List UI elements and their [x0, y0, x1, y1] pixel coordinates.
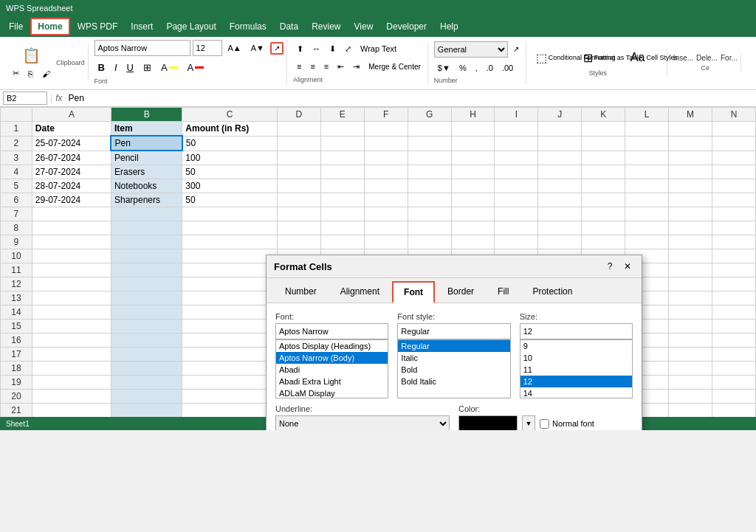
main-area: A B C D E F G H I J K L M N 1Dat [0, 107, 756, 417]
size-11[interactable]: 11 [520, 364, 632, 376]
percent-btn[interactable]: % [456, 61, 470, 75]
formula-input[interactable] [65, 91, 753, 105]
italic-button[interactable]: I [111, 60, 121, 75]
font-item-abadi-extra[interactable]: Abadi Extra Light [276, 376, 388, 387]
font-item-abadi[interactable]: Abadi [276, 364, 388, 376]
cell-styles-btn[interactable]: Aa Cell Styles [627, 49, 664, 66]
style-regular[interactable]: Regular [398, 340, 509, 352]
style-italic[interactable]: Italic [398, 352, 509, 364]
underline-select[interactable]: None [275, 415, 450, 430]
menu-file[interactable]: File [3, 19, 29, 34]
menu-view[interactable]: View [348, 19, 379, 34]
style-list[interactable]: Regular Italic Bold Bold Italic [397, 339, 510, 398]
underline-button[interactable]: U [123, 60, 137, 75]
format-as-table-btn[interactable]: ⊞ Format as Table [580, 49, 624, 67]
merge-center-btn[interactable]: Merge & Center [365, 60, 425, 74]
fill-color-button[interactable]: A [157, 60, 182, 75]
tab-font[interactable]: Font [392, 281, 435, 303]
style-bold-italic[interactable]: Bold Italic [398, 376, 509, 387]
number-dialog-launcher[interactable]: ↗ [509, 41, 523, 58]
menu-help[interactable]: Help [434, 19, 464, 34]
cell-reference-input[interactable] [3, 91, 47, 105]
font-label: Font: [275, 312, 388, 321]
font-size-input[interactable] [193, 40, 222, 56]
color-swatch[interactable] [458, 415, 518, 430]
tab-number[interactable]: Number [274, 281, 328, 303]
font-name-field[interactable] [275, 323, 388, 339]
conditional-formatting-btn[interactable]: ⬚ Conditional Formatting [532, 49, 577, 67]
menu-developer[interactable]: Developer [380, 19, 433, 34]
font-size-field[interactable] [520, 323, 633, 339]
size-9[interactable]: 9 [520, 340, 632, 352]
dialog-close-btn[interactable]: ✕ [621, 260, 634, 273]
align-center-btn[interactable]: ≡ [306, 60, 318, 74]
increase-indent-btn[interactable]: ⇥ [349, 60, 363, 74]
styles-label: Styles [589, 69, 608, 77]
bottom-text: Sheet1 [6, 420, 30, 428]
align-middle-btn[interactable]: ↔ [309, 42, 324, 56]
menu-review[interactable]: Review [306, 19, 346, 34]
size-14[interactable]: 14 [520, 387, 632, 398]
angle-text-btn[interactable]: ⤢ [341, 42, 355, 56]
comma-btn[interactable]: , [472, 61, 481, 75]
font-item-aptos-narrow[interactable]: Aptos Narrow (Body) [276, 352, 388, 364]
align-left-btn[interactable]: ≡ [293, 60, 305, 74]
menu-wpspdf[interactable]: WPS PDF [72, 19, 124, 34]
font-dialog-launcher[interactable]: ↗ [270, 42, 284, 55]
align-top-btn[interactable]: ⬆ [293, 42, 307, 56]
formula-bar: | fx [0, 90, 756, 107]
color-dropdown-btn[interactable]: ▼ [522, 415, 535, 430]
tab-fill[interactable]: Fill [487, 281, 520, 303]
dialog-body: Font: Aptos Display (Headings) Aptos Nar… [267, 303, 642, 430]
font-group: A▲ A▼ ↗ B I U ⊞ A A Font [92, 40, 287, 85]
decrease-indent-btn[interactable]: ⇤ [334, 60, 348, 74]
font-item-adlam[interactable]: ADLaM Display [276, 387, 388, 398]
font-name-col: Font: Aptos Display (Headings) Aptos Nar… [275, 312, 388, 398]
style-bold[interactable]: Bold [398, 364, 509, 376]
dialog-help-btn[interactable]: ? [603, 260, 616, 273]
decrease-decimal-btn[interactable]: .0 [483, 61, 497, 75]
currency-btn[interactable]: $▼ [434, 61, 454, 75]
number-label: Number [434, 77, 458, 84]
border-button[interactable]: ⊞ [140, 60, 155, 75]
ribbon: 📋 ✂ ⎘ 🖌 Clipboard A▲ A▼ ↗ B I [0, 37, 756, 90]
number-format-select[interactable]: General [434, 41, 508, 58]
size-list[interactable]: 9 10 11 12 14 16 [520, 339, 633, 398]
style-label: Font style: [397, 312, 510, 321]
dialog-title: Format Cells [274, 261, 332, 272]
menu-pagelayout[interactable]: Page Layout [160, 19, 221, 34]
underline-col: Underline: None [275, 404, 450, 430]
menu-insert[interactable]: Insert [125, 19, 159, 34]
increase-decimal-btn[interactable]: .00 [498, 61, 517, 75]
size-12[interactable]: 12 [520, 376, 632, 387]
align-bottom-btn[interactable]: ⬇ [326, 42, 340, 56]
size-10[interactable]: 10 [520, 352, 632, 364]
font-item-aptos-display[interactable]: Aptos Display (Headings) [276, 340, 388, 352]
menu-home[interactable]: Home [30, 18, 69, 35]
bold-button[interactable]: B [94, 60, 109, 75]
paste-button[interactable]: 📋 [16, 44, 47, 66]
font-list[interactable]: Aptos Display (Headings) Aptos Narrow (B… [275, 339, 388, 398]
underline-label: Underline: [275, 404, 450, 413]
tab-alignment[interactable]: Alignment [329, 281, 391, 303]
tab-protection[interactable]: Protection [521, 281, 583, 303]
font-color-button[interactable]: A [184, 60, 208, 75]
menu-data[interactable]: Data [274, 19, 304, 34]
wrap-text-btn[interactable]: Wrap Text [357, 42, 400, 56]
menu-formulas[interactable]: Formulas [224, 19, 272, 34]
format-painter-button[interactable]: 🖌 [38, 66, 54, 80]
copy-button[interactable]: ⎘ [24, 66, 37, 80]
decrease-font-btn[interactable]: A▼ [247, 41, 268, 55]
cut-button[interactable]: ✂ [9, 66, 23, 80]
normal-font-checkbox[interactable] [540, 419, 549, 429]
align-right-btn[interactable]: ≡ [320, 60, 332, 74]
font-style-field[interactable] [397, 323, 510, 339]
font-name-input[interactable] [94, 40, 190, 56]
alignment-group: ⬆ ↔ ⬇ ⤢ Wrap Text ≡ ≡ ≡ ⇤ ⇥ Merge & Cent… [290, 42, 428, 83]
increase-font-btn[interactable]: A▲ [224, 41, 245, 55]
tab-border[interactable]: Border [436, 281, 485, 303]
delete-label: Dele... [696, 54, 718, 62]
clipboard-group: 📋 ✂ ⎘ 🖌 Clipboard [6, 44, 89, 80]
font-size-col: Size: 9 10 11 12 14 16 [520, 312, 633, 398]
font-style-col: Font style: Regular Italic Bold Bold Ita… [397, 312, 510, 398]
